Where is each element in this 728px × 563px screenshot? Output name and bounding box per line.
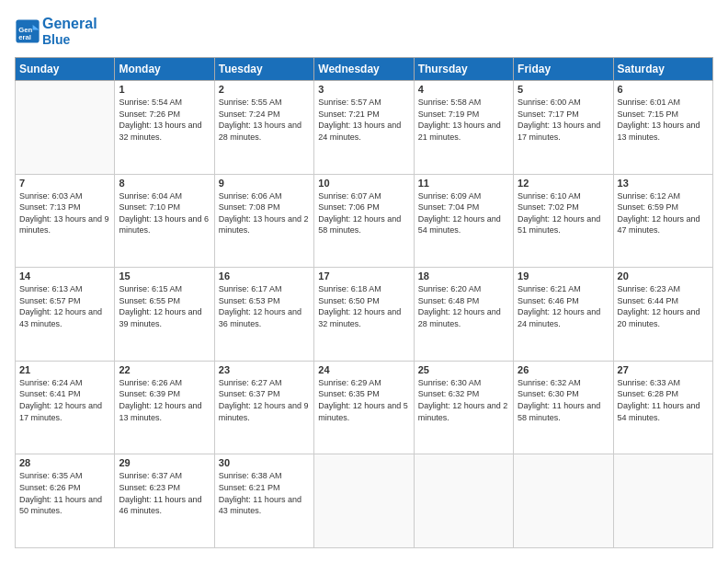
day-number: 10 (318, 178, 409, 189)
day-info: Sunrise: 6:20 AMSunset: 6:48 PMDaylight:… (418, 283, 509, 329)
day-info: Sunrise: 5:58 AMSunset: 7:19 PMDaylight:… (418, 97, 509, 143)
day-info: Sunrise: 6:12 AMSunset: 6:59 PMDaylight:… (618, 190, 709, 236)
calendar-cell: 27Sunrise: 6:33 AMSunset: 6:28 PMDayligh… (613, 361, 712, 454)
day-info: Sunrise: 6:09 AMSunset: 7:04 PMDaylight:… (418, 190, 509, 236)
day-info: Sunrise: 5:54 AMSunset: 7:26 PMDaylight:… (119, 97, 210, 143)
calendar-cell: 15Sunrise: 6:15 AMSunset: 6:55 PMDayligh… (115, 268, 214, 362)
calendar-cell: 28Sunrise: 6:35 AMSunset: 6:26 PMDayligh… (16, 454, 115, 548)
day-number: 3 (318, 84, 409, 95)
calendar-week-5: 28Sunrise: 6:35 AMSunset: 6:26 PMDayligh… (16, 454, 713, 548)
day-info: Sunrise: 6:29 AMSunset: 6:35 PMDaylight:… (318, 377, 409, 423)
day-number: 22 (119, 364, 210, 375)
calendar-cell: 6Sunrise: 6:01 AMSunset: 7:15 PMDaylight… (613, 80, 712, 174)
day-number: 11 (418, 178, 509, 189)
calendar-cell: 3Sunrise: 5:57 AMSunset: 7:21 PMDaylight… (314, 80, 414, 174)
day-info: Sunrise: 6:30 AMSunset: 6:32 PMDaylight:… (418, 377, 509, 423)
logo: Gen eral General Blue (15, 15, 97, 48)
day-number: 13 (618, 178, 709, 189)
weekday-header-wednesday: Wednesday (314, 57, 414, 80)
weekday-header-tuesday: Tuesday (214, 57, 313, 80)
day-number: 20 (618, 270, 709, 282)
page-header: Gen eral General Blue (15, 15, 713, 48)
weekday-header-sunday: Sunday (16, 57, 115, 80)
day-info: Sunrise: 6:01 AMSunset: 7:15 PMDaylight:… (618, 97, 709, 143)
calendar-cell: 14Sunrise: 6:13 AMSunset: 6:57 PMDayligh… (16, 268, 115, 362)
day-info: Sunrise: 6:37 AMSunset: 6:23 PMDaylight:… (119, 470, 210, 516)
day-number: 19 (518, 270, 609, 282)
weekday-header-friday: Friday (514, 57, 613, 80)
calendar-cell: 8Sunrise: 6:04 AMSunset: 7:10 PMDaylight… (115, 174, 214, 268)
calendar-week-3: 14Sunrise: 6:13 AMSunset: 6:57 PMDayligh… (16, 268, 713, 362)
weekday-header-monday: Monday (115, 57, 214, 80)
day-number: 6 (618, 84, 709, 95)
day-info: Sunrise: 6:13 AMSunset: 6:57 PMDaylight:… (19, 283, 110, 329)
calendar: SundayMondayTuesdayWednesdayThursdayFrid… (15, 57, 713, 548)
logo-line1: General (42, 15, 97, 32)
day-number: 12 (518, 178, 609, 189)
day-info: Sunrise: 5:55 AMSunset: 7:24 PMDaylight:… (219, 97, 310, 143)
day-number: 28 (19, 457, 110, 468)
day-info: Sunrise: 6:35 AMSunset: 6:26 PMDaylight:… (19, 470, 110, 516)
day-info: Sunrise: 6:04 AMSunset: 7:10 PMDaylight:… (119, 190, 210, 236)
calendar-cell: 25Sunrise: 6:30 AMSunset: 6:32 PMDayligh… (414, 361, 513, 454)
calendar-cell: 12Sunrise: 6:10 AMSunset: 7:02 PMDayligh… (514, 174, 613, 268)
day-info: Sunrise: 6:21 AMSunset: 6:46 PMDaylight:… (518, 283, 609, 329)
calendar-cell: 19Sunrise: 6:21 AMSunset: 6:46 PMDayligh… (514, 268, 613, 362)
day-number: 15 (119, 270, 210, 282)
calendar-cell: 4Sunrise: 5:58 AMSunset: 7:19 PMDaylight… (414, 80, 513, 174)
calendar-cell: 29Sunrise: 6:37 AMSunset: 6:23 PMDayligh… (115, 454, 214, 548)
calendar-cell (613, 454, 712, 548)
calendar-cell: 23Sunrise: 6:27 AMSunset: 6:37 PMDayligh… (214, 361, 313, 454)
day-info: Sunrise: 6:27 AMSunset: 6:37 PMDaylight:… (219, 377, 310, 423)
day-info: Sunrise: 6:00 AMSunset: 7:17 PMDaylight:… (518, 97, 609, 143)
calendar-cell: 26Sunrise: 6:32 AMSunset: 6:30 PMDayligh… (514, 361, 613, 454)
logo-icon: Gen eral (15, 18, 40, 44)
calendar-cell: 9Sunrise: 6:06 AMSunset: 7:08 PMDaylight… (214, 174, 313, 268)
day-info: Sunrise: 5:57 AMSunset: 7:21 PMDaylight:… (318, 97, 409, 143)
day-info: Sunrise: 6:03 AMSunset: 7:13 PMDaylight:… (19, 190, 110, 236)
day-info: Sunrise: 6:06 AMSunset: 7:08 PMDaylight:… (219, 190, 310, 236)
day-number: 2 (219, 84, 310, 95)
day-info: Sunrise: 6:23 AMSunset: 6:44 PMDaylight:… (618, 283, 709, 329)
day-number: 8 (119, 178, 210, 189)
calendar-cell: 30Sunrise: 6:38 AMSunset: 6:21 PMDayligh… (214, 454, 313, 548)
day-info: Sunrise: 6:07 AMSunset: 7:06 PMDaylight:… (318, 190, 409, 236)
calendar-cell (314, 454, 414, 548)
day-number: 27 (618, 364, 709, 375)
day-info: Sunrise: 6:33 AMSunset: 6:28 PMDaylight:… (618, 377, 709, 423)
calendar-cell: 13Sunrise: 6:12 AMSunset: 6:59 PMDayligh… (613, 174, 712, 268)
day-number: 14 (19, 270, 110, 282)
calendar-cell: 5Sunrise: 6:00 AMSunset: 7:17 PMDaylight… (514, 80, 613, 174)
calendar-cell: 18Sunrise: 6:20 AMSunset: 6:48 PMDayligh… (414, 268, 513, 362)
calendar-cell (514, 454, 613, 548)
day-number: 26 (518, 364, 609, 375)
day-number: 25 (418, 364, 509, 375)
calendar-cell: 1Sunrise: 5:54 AMSunset: 7:26 PMDaylight… (115, 80, 214, 174)
calendar-cell: 24Sunrise: 6:29 AMSunset: 6:35 PMDayligh… (314, 361, 414, 454)
day-number: 18 (418, 270, 509, 282)
day-number: 23 (219, 364, 310, 375)
day-number: 30 (219, 457, 310, 468)
calendar-cell: 20Sunrise: 6:23 AMSunset: 6:44 PMDayligh… (613, 268, 712, 362)
day-number: 24 (318, 364, 409, 375)
day-number: 17 (318, 270, 409, 282)
calendar-cell: 2Sunrise: 5:55 AMSunset: 7:24 PMDaylight… (214, 80, 313, 174)
calendar-cell: 17Sunrise: 6:18 AMSunset: 6:50 PMDayligh… (314, 268, 414, 362)
calendar-week-2: 7Sunrise: 6:03 AMSunset: 7:13 PMDaylight… (16, 174, 713, 268)
day-info: Sunrise: 6:24 AMSunset: 6:41 PMDaylight:… (19, 377, 110, 423)
day-number: 21 (19, 364, 110, 375)
svg-text:eral: eral (18, 33, 31, 41)
calendar-cell (414, 454, 513, 548)
day-info: Sunrise: 6:10 AMSunset: 7:02 PMDaylight:… (518, 190, 609, 236)
logo-line2: Blue (42, 32, 97, 48)
day-info: Sunrise: 6:38 AMSunset: 6:21 PMDaylight:… (219, 470, 310, 516)
day-info: Sunrise: 6:26 AMSunset: 6:39 PMDaylight:… (119, 377, 210, 423)
day-number: 5 (518, 84, 609, 95)
day-info: Sunrise: 6:32 AMSunset: 6:30 PMDaylight:… (518, 377, 609, 423)
calendar-header-row: SundayMondayTuesdayWednesdayThursdayFrid… (16, 57, 713, 80)
day-number: 29 (119, 457, 210, 468)
day-info: Sunrise: 6:18 AMSunset: 6:50 PMDaylight:… (318, 283, 409, 329)
calendar-week-4: 21Sunrise: 6:24 AMSunset: 6:41 PMDayligh… (16, 361, 713, 454)
weekday-header-thursday: Thursday (414, 57, 513, 80)
day-number: 7 (19, 178, 110, 189)
